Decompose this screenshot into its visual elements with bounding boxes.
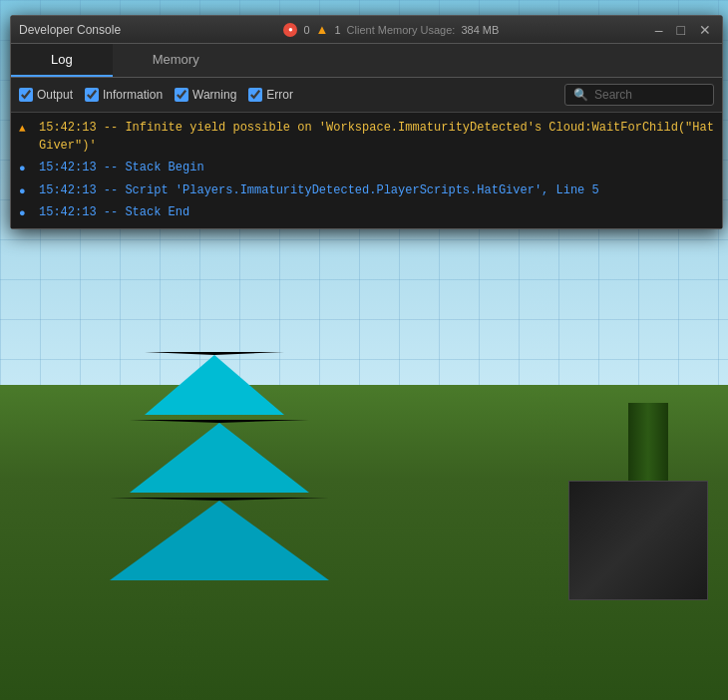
log-line-1: ● 15:42:13 -- Stack Begin <box>11 157 722 179</box>
error-dot-fill: ● <box>288 26 293 34</box>
filter-warning-label: Warning <box>192 88 236 102</box>
platform-post <box>628 403 668 483</box>
title-bar-center: ● 0 ▲ 1 Client Memory Usage: 384 MB <box>131 22 652 37</box>
memory-label: Client Memory Usage: <box>347 24 456 36</box>
log-line-0: ▲ 15:42:13 -- Infinite yield possible on… <box>11 117 722 157</box>
triangle-2 <box>130 420 309 493</box>
filter-bar: Output Information Warning Error 🔍 <box>11 78 722 113</box>
maximize-button[interactable]: □ <box>674 23 688 37</box>
search-icon: 🔍 <box>573 88 588 102</box>
close-button[interactable]: ✕ <box>696 23 714 37</box>
info-icon-1: ● <box>19 161 33 177</box>
info-icon-3: ● <box>19 205 33 222</box>
filter-warning[interactable]: Warning <box>175 88 236 102</box>
filter-warning-checkbox[interactable] <box>175 88 188 102</box>
filter-output[interactable]: Output <box>19 88 73 102</box>
log-text-2: 15:42:13 -- Script 'Players.ImmaturityDe… <box>39 181 714 199</box>
tab-memory[interactable]: Memory <box>113 44 239 77</box>
log-line-2: ● 15:42:13 -- Script 'Players.Immaturity… <box>11 179 722 202</box>
triangle-decoration <box>130 352 329 580</box>
filter-error[interactable]: Error <box>248 88 293 102</box>
error-indicator: ● <box>283 23 297 37</box>
log-text-3: 15:42:13 -- Stack End <box>39 203 714 221</box>
platform-right <box>568 481 708 600</box>
window-controls: – □ ✕ <box>652 23 714 37</box>
memory-usage-display: ● 0 ▲ 1 Client Memory Usage: 384 MB <box>283 22 499 37</box>
memory-value: 384 MB <box>461 24 499 36</box>
error-count: 0 <box>303 24 309 36</box>
triangle-1 <box>145 352 284 415</box>
search-input[interactable] <box>594 88 705 102</box>
filter-error-checkbox[interactable] <box>248 88 262 102</box>
log-line-3: ● 15:42:13 -- Stack End <box>11 201 722 224</box>
warning-icon-0: ▲ <box>19 121 33 138</box>
tab-bar: Log Memory <box>11 44 722 78</box>
filter-information-label: Information <box>103 88 163 102</box>
filter-output-checkbox[interactable] <box>19 88 33 102</box>
filter-error-label: Error <box>266 88 293 102</box>
log-text-1: 15:42:13 -- Stack Begin <box>39 159 714 176</box>
log-content: ▲ 15:42:13 -- Infinite yield possible on… <box>11 113 722 228</box>
tab-log[interactable]: Log <box>11 44 113 77</box>
triangle-3 <box>110 498 329 580</box>
minimize-button[interactable]: – <box>652 23 666 37</box>
developer-console: Developer Console ● 0 ▲ 1 Client Memory … <box>10 15 723 229</box>
console-title: Developer Console <box>19 23 121 37</box>
filter-output-label: Output <box>37 88 73 102</box>
warning-indicator: ▲ <box>316 22 329 37</box>
title-bar: Developer Console ● 0 ▲ 1 Client Memory … <box>11 16 722 44</box>
log-text-0: 15:42:13 -- Infinite yield possible on '… <box>39 119 714 155</box>
filter-information[interactable]: Information <box>85 88 163 102</box>
search-box: 🔍 <box>564 84 714 106</box>
info-icon-2: ● <box>19 183 33 200</box>
filter-information-checkbox[interactable] <box>85 88 99 102</box>
warning-count: 1 <box>334 24 340 36</box>
